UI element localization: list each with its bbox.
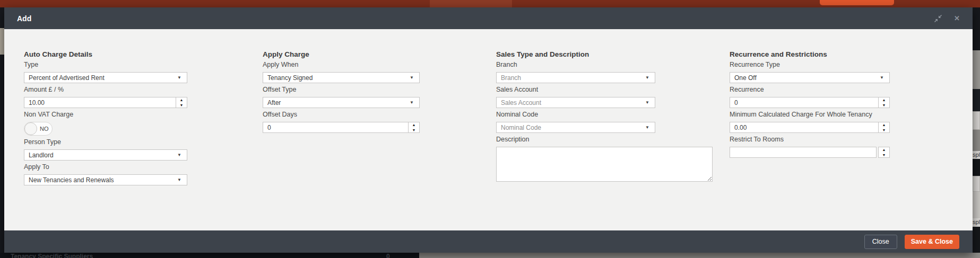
spin-up-button[interactable]: ▲ [879, 122, 889, 128]
apply-when-select[interactable]: Tenancy Signed ▼ [263, 72, 420, 83]
offset-days-input[interactable] [263, 122, 408, 133]
non-vat-charge-label: Non VAT Charge [24, 111, 187, 118]
apply-when-select-value: Tenancy Signed [267, 74, 410, 82]
background-item-count: 0 [386, 253, 390, 258]
recurrence-type-select-value: One Off [734, 74, 880, 82]
restrict-to-rooms-input-group: ▲ ▼ [730, 147, 890, 158]
spin-down-button[interactable]: ▼ [409, 128, 419, 133]
apply-to-label: Apply To [24, 163, 187, 171]
amount-label: Amount £ / % [24, 86, 187, 93]
add-dialog: Add ✕ Auto Charge Details Type Percent o… [4, 7, 973, 253]
recurrence-spinner: ▲ ▼ [878, 97, 890, 108]
dialog-footer: Close Save & Close [4, 230, 973, 253]
dialog-body: Auto Charge Details Type Percent of Adve… [4, 29, 973, 230]
amount-spinner: ▲ ▼ [176, 97, 187, 108]
offset-days-spinner: ▲ ▼ [408, 122, 420, 133]
nominal-code-select-value: Nominal Code [501, 124, 645, 131]
chevron-down-icon: ▼ [645, 125, 649, 130]
type-label: Type [24, 61, 187, 68]
apply-when-label: Apply When [263, 61, 420, 68]
offset-type-label: Offset Type [263, 86, 420, 93]
background-item-label: Tenancy Specific Suppliers [11, 253, 93, 258]
apply-to-select[interactable]: New Tenancies and Renewals ▼ [24, 174, 187, 185]
section-heading: Auto Charge Details [24, 50, 187, 58]
nominal-code-select[interactable]: Nominal Code ▼ [496, 122, 655, 133]
chevron-down-icon: ▼ [645, 75, 649, 80]
minimum-charge-label: Minimum Calculated Charge For Whole Tena… [730, 111, 890, 118]
branch-label: Branch [496, 61, 655, 68]
offset-days-input-group: ▲ ▼ [263, 122, 420, 133]
background-panel-fragment [419, 253, 980, 258]
minimum-charge-spinner: ▲ ▼ [878, 122, 890, 133]
restrict-to-rooms-spinner: ▲ ▼ [878, 147, 890, 158]
person-type-select-value: Landlord [29, 152, 177, 159]
section-heading: Sales Type and Description [496, 50, 655, 58]
chevron-down-icon: ▼ [410, 100, 414, 105]
section-heading: Apply Charge [263, 50, 420, 58]
section-heading: Recurrence and Restrictions [730, 50, 890, 58]
app-top-bar [0, 0, 980, 7]
chevron-down-icon: ▼ [880, 75, 884, 80]
top-bar-button-fragment [820, 0, 894, 5]
amount-input-group: ▲ ▼ [24, 97, 187, 108]
branch-select-value: Branch [501, 74, 645, 82]
offset-type-select-value: After [267, 99, 410, 106]
amount-input[interactable] [24, 97, 176, 108]
background-content-strip: spla spla [973, 7, 980, 258]
chevron-down-icon: ▼ [410, 75, 414, 80]
background-sidebar-item: Tenancy Specific Suppliers 0 [0, 253, 419, 258]
section-apply-charge: Apply Charge Apply When Tenancy Signed ▼… [263, 29, 420, 133]
recurrence-label: Recurrence [730, 86, 890, 93]
description-label: Description [496, 136, 655, 143]
spin-up-button[interactable]: ▲ [176, 97, 187, 103]
apply-to-select-value: New Tenancies and Renewals [29, 176, 177, 184]
type-select-value: Percent of Advertised Rent [29, 74, 177, 82]
spin-up-button[interactable]: ▲ [879, 147, 889, 153]
close-button[interactable]: Close [864, 235, 897, 249]
sidebar-fragment [0, 28, 4, 55]
sales-account-label: Sales Account [496, 86, 655, 93]
chevron-down-icon: ▼ [177, 177, 181, 182]
spin-up-button[interactable]: ▲ [409, 122, 419, 128]
recurrence-type-select[interactable]: One Off ▼ [730, 72, 890, 83]
nominal-code-label: Nominal Code [496, 111, 655, 118]
close-icon[interactable]: ✕ [954, 14, 960, 22]
chevron-down-icon: ▼ [645, 100, 649, 105]
spin-down-button[interactable]: ▼ [879, 128, 889, 133]
recurrence-input[interactable] [730, 97, 878, 108]
dialog-title: Add [17, 14, 31, 23]
type-select[interactable]: Percent of Advertised Rent ▼ [24, 72, 187, 83]
spin-down-button[interactable]: ▼ [879, 153, 889, 158]
minimum-charge-input[interactable] [730, 122, 878, 133]
spin-up-button[interactable]: ▲ [879, 97, 889, 103]
collapse-icon[interactable] [934, 14, 942, 23]
person-type-select[interactable]: Landlord ▼ [24, 149, 187, 161]
chevron-down-icon: ▼ [177, 75, 181, 80]
description-textarea[interactable] [496, 147, 713, 182]
spin-down-button[interactable]: ▼ [879, 103, 889, 108]
section-auto-charge-details: Auto Charge Details Type Percent of Adve… [24, 29, 187, 185]
section-recurrence-restrictions: Recurrence and Restrictions Recurrence T… [730, 29, 890, 158]
section-sales-type-description: Sales Type and Description Branch Branch… [496, 29, 655, 184]
offset-type-select[interactable]: After ▼ [263, 97, 420, 108]
restrict-to-rooms-label: Restrict To Rooms [730, 136, 890, 143]
background-text-fragment: spla [973, 218, 980, 227]
spin-down-button[interactable]: ▼ [176, 103, 187, 108]
dialog-header: Add ✕ [4, 7, 973, 29]
background-bottom-row: Tenancy Specific Suppliers 0 [0, 253, 980, 258]
non-vat-charge-toggle[interactable]: NO [24, 122, 53, 136]
toggle-knob [24, 122, 37, 135]
save-close-button[interactable]: Save & Close [905, 235, 959, 249]
background-text-fragment: spla [973, 151, 980, 159]
branch-select[interactable]: Branch ▼ [496, 72, 655, 83]
toggle-state-label: NO [40, 126, 49, 132]
top-bar-tab-fragment [430, 0, 512, 7]
restrict-to-rooms-input[interactable] [730, 147, 877, 158]
recurrence-input-group: ▲ ▼ [730, 97, 890, 108]
sales-account-select[interactable]: Sales Account ▼ [496, 97, 655, 108]
person-type-label: Person Type [24, 138, 187, 146]
sales-account-select-value: Sales Account [501, 99, 645, 106]
offset-days-label: Offset Days [263, 111, 420, 118]
chevron-down-icon: ▼ [177, 153, 181, 157]
minimum-charge-input-group: ▲ ▼ [730, 122, 890, 133]
